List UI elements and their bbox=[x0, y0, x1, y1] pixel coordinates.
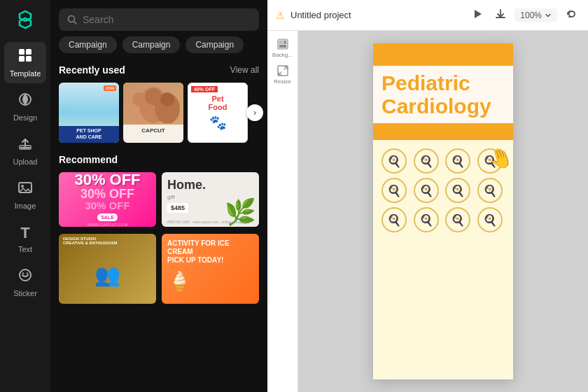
sidebar-item-design[interactable]: Design bbox=[4, 86, 46, 127]
svg-rect-0 bbox=[19, 49, 24, 55]
sidebar-item-image-label: Image bbox=[15, 202, 36, 210]
background-tool-icon bbox=[276, 38, 289, 50]
project-name: Untitled project bbox=[290, 10, 464, 20]
image-icon bbox=[18, 180, 33, 199]
filter-chip-2[interactable]: Campaign bbox=[122, 36, 181, 53]
rec-thumb-people[interactable]: DESIGN STUDIOCREATIVE & ENTHUSIASM 👥 bbox=[59, 234, 156, 304]
recently-used-title: Recently used bbox=[59, 64, 125, 76]
svg-point-15 bbox=[132, 92, 146, 106]
tool-background[interactable]: Backg... bbox=[270, 35, 295, 60]
icecream-text: ACTIVITY FOR ICE CREAMPICK UP TODAY! bbox=[167, 239, 253, 265]
svg-rect-2 bbox=[19, 56, 24, 62]
template-pet-food[interactable]: 40% OFF PetFood 🐾 bbox=[188, 83, 248, 143]
play-button[interactable] bbox=[470, 6, 486, 25]
sidebar-item-template[interactable]: Template bbox=[4, 42, 46, 83]
download-button[interactable] bbox=[492, 6, 509, 25]
pet-food-title: PetFood bbox=[209, 94, 227, 111]
egg-2: 🍳 bbox=[414, 148, 439, 174]
svg-point-16 bbox=[145, 88, 162, 105]
egg-6: 🍳 bbox=[414, 178, 439, 203]
sale-url: WWW.CAPCUT.COM bbox=[88, 223, 128, 227]
sidebar-item-sticker-label: Sticker bbox=[13, 289, 37, 298]
sale-text-3: 30% OFF bbox=[85, 200, 130, 211]
home-price: $485 bbox=[167, 203, 188, 213]
zoom-level: 100% bbox=[520, 10, 542, 20]
chevron-down-icon bbox=[545, 12, 552, 19]
svg-rect-22 bbox=[279, 45, 286, 48]
sidebar-item-text[interactable]: T Text bbox=[4, 218, 46, 259]
egg-10: 🍳 bbox=[414, 207, 439, 232]
recently-used-nav-arrow[interactable]: › bbox=[246, 104, 263, 121]
template-panel: Campaign Campaign Campaign Recently used… bbox=[50, 0, 267, 392]
search-input[interactable] bbox=[83, 14, 251, 25]
pet-shop-badge: 25% bbox=[104, 85, 116, 91]
filter-chip-1[interactable]: Campaign bbox=[59, 36, 117, 53]
sidebar-item-design-label: Design bbox=[13, 113, 37, 122]
home-urls: +555-000-1000 www.capcut.com online-shop… bbox=[166, 220, 249, 224]
svg-rect-21 bbox=[284, 41, 286, 44]
zoom-control[interactable]: 100% bbox=[514, 8, 557, 22]
panel-content: Recently used View all 25% PET SHOPAND C… bbox=[50, 60, 267, 392]
sticker-icon bbox=[18, 267, 33, 286]
search-bar[interactable] bbox=[59, 8, 259, 31]
editor-area: ⚠ Untitled project 100% bbox=[267, 0, 588, 392]
egg-1: 🍳 bbox=[382, 148, 407, 174]
sidebar-item-upload-label: Upload bbox=[13, 158, 38, 166]
sidebar-item-text-label: Text bbox=[18, 245, 32, 253]
svg-point-10 bbox=[27, 272, 28, 274]
egg-11: 🍳 bbox=[445, 207, 470, 232]
template-capcut[interactable]: CAPCUT bbox=[123, 83, 183, 143]
doc-top-orange-bar bbox=[373, 43, 513, 66]
canvas-document[interactable]: Pediatric Cardiology 🤚 🍳 🍳 🍳 🍳 🍳 🍳 🍳 bbox=[373, 43, 513, 379]
editor-topbar: ⚠ Untitled project 100% bbox=[267, 0, 588, 31]
template-icon bbox=[18, 48, 33, 66]
recommend-header: Recommend bbox=[59, 154, 259, 165]
sidebar: Template Design Upload bbox=[0, 0, 50, 392]
filter-chips: Campaign Campaign Campaign bbox=[50, 36, 267, 60]
egg-8: 🍳 bbox=[477, 178, 503, 203]
template-pet-shop[interactable]: 25% PET SHOPAND CARE bbox=[59, 83, 119, 143]
icecream-icon: 🍦 bbox=[167, 270, 192, 293]
app-logo[interactable] bbox=[11, 6, 39, 34]
doc-title: Pediatric Cardiology bbox=[382, 71, 505, 118]
canvas-area: Pediatric Cardiology 🤚 🍳 🍳 🍳 🍳 🍳 🍳 🍳 bbox=[298, 31, 588, 392]
doc-middle-orange-bar bbox=[373, 123, 513, 140]
svg-point-8 bbox=[20, 270, 31, 281]
tools-panel: Backg... Resize bbox=[267, 31, 298, 392]
rec-thumb-home[interactable]: Home. gift $485 🌿 +555-000-1000 www.capc… bbox=[162, 172, 259, 227]
rec-thumb-icecream[interactable]: ACTIVITY FOR ICE CREAMPICK UP TODAY! 🍦 bbox=[162, 234, 259, 304]
svg-rect-3 bbox=[26, 56, 31, 62]
svg-point-7 bbox=[21, 185, 24, 188]
search-icon bbox=[67, 15, 77, 24]
sale-badge: SALE bbox=[97, 214, 118, 221]
egg-5: 🍳 bbox=[382, 178, 407, 203]
svg-point-17 bbox=[160, 92, 174, 106]
recently-used-header: Recently used View all bbox=[59, 64, 259, 76]
sale-text-1: 30% OFF bbox=[74, 172, 140, 188]
sidebar-item-upload[interactable]: Upload bbox=[4, 130, 46, 172]
rec-thumb-sale[interactable]: 30% OFF 30% OFF 30% OFF SALE WWW.CAPCUT.… bbox=[59, 172, 156, 227]
recommend-title: Recommend bbox=[59, 154, 118, 165]
egg-9: 🍳 bbox=[382, 207, 407, 232]
recommend-grid: 30% OFF 30% OFF 30% OFF SALE WWW.CAPCUT.… bbox=[59, 172, 259, 227]
warning-icon: ⚠ bbox=[276, 10, 285, 21]
sale-text-2: 30% OFF bbox=[80, 188, 134, 200]
doc-title-area: Pediatric Cardiology bbox=[373, 66, 513, 123]
filter-chip-3[interactable]: Campaign bbox=[186, 36, 244, 53]
sidebar-item-image[interactable]: Image bbox=[4, 174, 46, 216]
sidebar-item-sticker[interactable]: Sticker bbox=[4, 262, 46, 303]
svg-marker-18 bbox=[475, 10, 482, 18]
topbar-actions: 100% bbox=[470, 6, 580, 25]
undo-button[interactable] bbox=[563, 6, 580, 25]
view-all-button[interactable]: View all bbox=[230, 65, 259, 75]
capcut-faces-illustration bbox=[125, 84, 181, 123]
recommend-bottom-grid: DESIGN STUDIOCREATIVE & ENTHUSIASM 👥 ACT… bbox=[59, 234, 259, 304]
tool-resize[interactable]: Resize bbox=[270, 62, 295, 87]
egg-12: 🍳 bbox=[477, 207, 503, 232]
egg-7: 🍳 bbox=[445, 178, 470, 203]
pet-shop-label: PET SHOPAND CARE bbox=[59, 126, 119, 143]
svg-rect-20 bbox=[279, 41, 283, 44]
recently-used-row: 25% PET SHOPAND CARE CAPCUT bbox=[59, 83, 259, 143]
design-icon bbox=[18, 92, 33, 111]
home-sub: gift bbox=[167, 194, 175, 200]
